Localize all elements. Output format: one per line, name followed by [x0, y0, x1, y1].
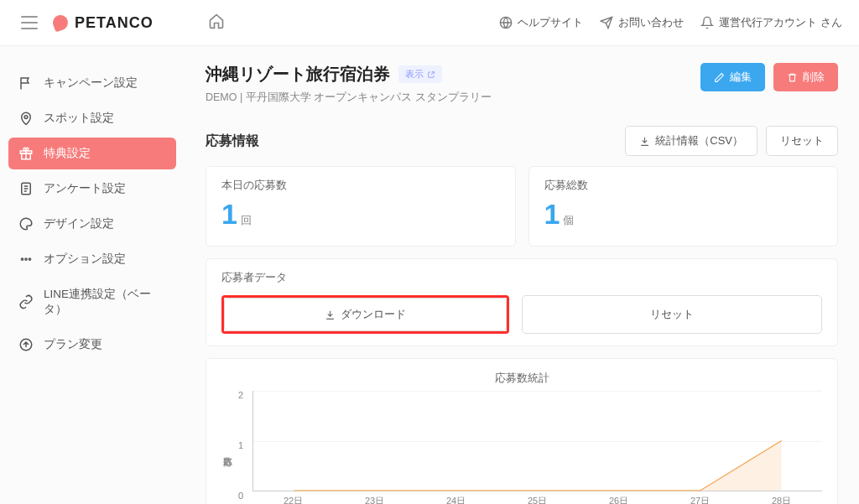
sidebar-item-spot[interactable]: スポット設定 — [8, 102, 176, 134]
svg-point-1 — [24, 116, 28, 119]
brand-logo[interactable]: PETANCO — [53, 14, 154, 32]
stat-today-value: 1 — [221, 198, 237, 231]
hamburger-menu-icon[interactable] — [21, 16, 38, 29]
globe-icon — [499, 16, 513, 29]
svg-point-6 — [25, 258, 27, 260]
applicant-data-label: 応募者データ — [221, 271, 822, 285]
chart-plot-area: 012 — [252, 391, 822, 491]
sidebar-item-label: オプション設定 — [44, 252, 126, 267]
reset-stats-label: リセット — [780, 133, 824, 148]
pencil-icon — [714, 72, 725, 83]
pin-icon — [18, 111, 34, 126]
sidebar-item-label: スポット設定 — [44, 111, 114, 126]
chart-xtick: 24日 — [415, 495, 497, 504]
help-site-label: ヘルプサイト — [518, 15, 583, 30]
chart-xtick: 26日 — [578, 495, 659, 504]
sidebar-item-campaign[interactable]: キャンペーン設定 — [8, 67, 176, 99]
reset-applicant-label: リセット — [650, 307, 694, 322]
logo-mark-icon — [50, 13, 70, 32]
delete-button[interactable]: 削除 — [773, 63, 838, 91]
svg-point-5 — [21, 258, 23, 260]
applicant-data-card: 応募者データ ダウンロード リセット — [206, 258, 838, 346]
chart-xtick: 23日 — [334, 495, 415, 504]
sidebar-item-design[interactable]: デザイン設定 — [8, 208, 176, 240]
sidebar: キャンペーン設定 スポット設定 特典設定 アンケート設定 デザイン設定 オプショ… — [0, 46, 185, 504]
chart-xtick: 22日 — [252, 495, 334, 504]
sidebar-item-survey[interactable]: アンケート設定 — [8, 173, 176, 205]
chart-x-axis: 22日23日24日25日26日27日28日 — [252, 495, 822, 504]
reset-applicant-button[interactable]: リセット — [522, 295, 823, 334]
delete-button-label: 削除 — [803, 70, 825, 85]
sidebar-item-label: キャンペーン設定 — [44, 75, 138, 91]
download-icon — [639, 136, 650, 147]
reset-stats-button[interactable]: リセット — [766, 126, 838, 156]
stat-card-total: 応募総数 1 個 — [528, 166, 839, 247]
sidebar-item-reward[interactable]: 特典設定 — [8, 138, 176, 169]
sidebar-item-option[interactable]: オプション設定 — [8, 243, 176, 275]
chart-ytick: 1 — [238, 440, 243, 450]
visibility-badge-label: 表示 — [405, 68, 424, 81]
download-button[interactable]: ダウンロード — [224, 298, 507, 331]
account-menu[interactable]: 運営代行アカウント さん — [700, 15, 842, 30]
home-icon[interactable] — [208, 13, 225, 33]
sidebar-item-plan[interactable]: プラン変更 — [8, 329, 176, 361]
clipboard-icon — [18, 181, 34, 196]
chart-ytick: 0 — [238, 491, 243, 501]
download-button-label: ダウンロード — [341, 307, 406, 322]
chart-ytick: 2 — [238, 390, 243, 400]
edit-button-label: 編集 — [730, 70, 752, 85]
page-title: 沖縄リゾート旅行宿泊券 — [206, 63, 390, 86]
chart-title: 応募数統計 — [221, 371, 822, 386]
dots-icon — [18, 252, 34, 267]
contact-link[interactable]: お問い合わせ — [600, 15, 684, 30]
sidebar-item-label: LINE連携設定（ベータ） — [44, 287, 166, 317]
link-icon — [18, 294, 34, 309]
brand-text: PETANCO — [75, 14, 154, 32]
svg-point-7 — [29, 258, 30, 260]
sidebar-item-line[interactable]: LINE連携設定（ベータ） — [8, 278, 176, 325]
flag-icon — [18, 75, 34, 91]
stat-card-today: 本日の応募数 1 回 — [206, 166, 516, 247]
stat-today-unit: 回 — [241, 213, 252, 228]
stat-today-label: 本日の応募数 — [221, 179, 500, 193]
help-site-link[interactable]: ヘルプサイト — [499, 15, 583, 30]
trash-icon — [787, 72, 798, 83]
csv-export-button[interactable]: 統計情報（CSV） — [625, 126, 757, 156]
sidebar-item-label: プラン変更 — [44, 337, 102, 352]
chart-xtick: 25日 — [497, 495, 578, 504]
external-link-icon — [427, 70, 435, 79]
download-icon — [325, 309, 336, 320]
csv-export-label: 統計情報（CSV） — [655, 133, 743, 148]
stat-total-label: 応募総数 — [544, 179, 823, 193]
stat-total-unit: 個 — [563, 213, 574, 228]
stat-total-value: 1 — [544, 198, 560, 231]
download-highlight: ダウンロード — [221, 295, 509, 334]
bell-icon — [700, 16, 714, 29]
account-label: 運営代行アカウント さん — [719, 15, 842, 30]
send-icon — [600, 16, 613, 29]
section-title: 応募情報 — [206, 132, 259, 150]
breadcrumb: DEMO | 平丹国際大学 オープンキャンパス スタンプラリー — [206, 91, 492, 105]
visibility-badge[interactable]: 表示 — [398, 65, 442, 83]
gift-icon — [18, 146, 34, 161]
chart-xtick: 28日 — [741, 495, 822, 504]
edit-button[interactable]: 編集 — [700, 63, 765, 91]
sidebar-item-label: アンケート設定 — [44, 181, 126, 196]
sidebar-item-label: 特典設定 — [44, 146, 91, 161]
palette-icon — [18, 216, 34, 231]
contact-label: お問い合わせ — [618, 15, 684, 30]
sidebar-item-label: デザイン設定 — [44, 216, 114, 231]
arrow-up-circle-icon — [18, 337, 34, 352]
chart-xtick: 27日 — [659, 495, 741, 504]
chart-card: 応募数統計 応募数 012 22日23日24日25日26日27日28日 応募数 — [206, 358, 838, 504]
